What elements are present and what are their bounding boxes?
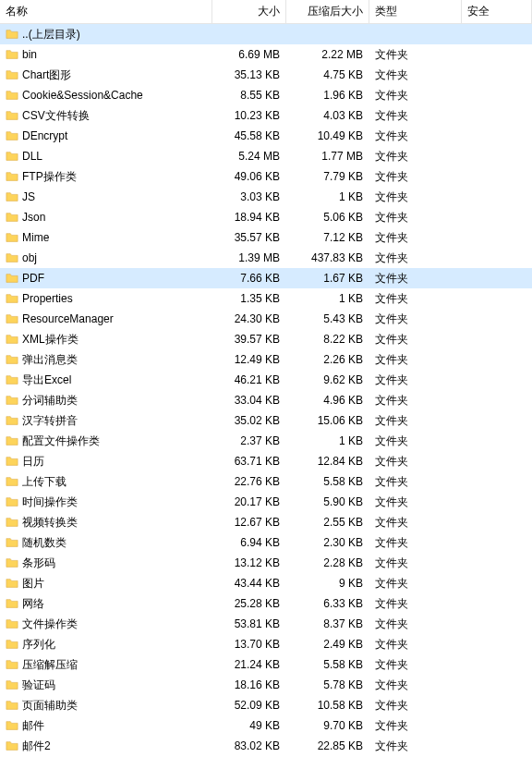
cell-type: 文件夹 [369,675,462,695]
file-name: DLL [22,150,42,163]
cell-type: 文件夹 [369,146,462,166]
cell-security [462,471,532,492]
cell-name: 验证码 [0,675,212,695]
file-name: 文件操作类 [22,617,78,632]
file-name: 分词辅助类 [22,393,78,409]
file-name: JS [22,190,35,203]
folder-icon [6,312,18,325]
folder-icon [6,577,18,590]
cell-type: 文件夹 [369,349,462,370]
cell-packed: 4.96 KB [286,390,369,410]
cell-size: 46.21 KB [212,370,286,390]
cell-security [462,512,532,532]
folder-icon [6,373,18,386]
cell-security [462,349,532,370]
cell-packed: 2.22 MB [286,44,369,65]
cell-type: 文件夹 [369,715,462,736]
cell-security [462,593,532,614]
cell-name: JS [0,187,212,207]
file-name: Chart图形 [22,67,71,83]
folder-icon [6,190,18,203]
folder-icon [6,678,18,691]
cell-type: 文件夹 [369,736,462,756]
folder-icon [6,495,18,508]
cell-size: 5.24 MB [212,146,286,166]
cell-type: 文件夹 [369,695,462,715]
cell-type: 文件夹 [369,471,462,492]
cell-security [462,65,532,85]
cell-packed: 2.49 KB [286,634,369,654]
folder-icon [6,455,18,468]
cell-name: 邮件2 [0,736,212,756]
file-name: 随机数类 [22,535,66,551]
cell-size: 18.16 KB [212,675,286,695]
cell-size: 22.76 KB [212,471,286,492]
cell-size: 49 KB [212,715,286,736]
cell-security [462,85,532,105]
folder-icon [6,414,18,427]
cell-type: 文件夹 [369,634,462,654]
file-list-table: 名称 大小 压缩后大小 类型 安全 ..(上层目录) bin6.69 MB2.2… [0,0,532,757]
file-name: 视频转换类 [22,515,78,531]
file-name: CSV文件转换 [22,108,90,124]
cell-name: 压缩解压缩 [0,654,212,675]
file-name: Mime [22,231,49,244]
cell-security [462,634,532,654]
file-name: 序列化 [22,637,55,653]
cell-security [462,24,532,44]
cell-type [369,24,462,44]
folder-icon [6,272,18,285]
cell-size: 1.35 KB [212,288,286,309]
cell-packed: 2.30 KB [286,532,369,553]
folder-icon [6,231,18,244]
folder-icon [6,150,18,163]
cell-packed: 9.62 KB [286,370,369,390]
cell-name: Cookie&Session&Cache [0,85,212,105]
col-header-packed[interactable]: 压缩后大小 [286,0,369,24]
cell-name: 配置文件操作类 [0,431,212,451]
cell-size: 49.06 KB [212,166,286,187]
cell-packed: 12.84 KB [286,451,369,471]
cell-security [462,695,532,715]
folder-icon [6,353,18,366]
cell-size: 6.69 MB [212,44,286,65]
folder-icon [6,536,18,549]
cell-size: 35.57 KB [212,227,286,248]
file-name: 汉字转拼音 [22,413,78,429]
cell-name: 分词辅助类 [0,390,212,410]
cell-size: 25.28 KB [212,593,286,614]
cell-packed: 9 KB [286,573,369,593]
cell-security [462,207,532,227]
cell-size: 43.44 KB [212,573,286,593]
cell-name: ResourceManager [0,309,212,329]
cell-security [462,675,532,695]
cell-security [462,105,532,126]
col-header-name[interactable]: 名称 [0,0,212,24]
cell-name: 邮件 [0,715,212,736]
file-name: 验证码 [22,678,55,693]
col-header-size[interactable]: 大小 [212,0,286,24]
cell-type: 文件夹 [369,227,462,248]
folder-icon [6,516,18,529]
col-header-security[interactable]: 安全 [462,0,532,24]
file-name: FTP操作类 [22,169,77,185]
cell-type: 文件夹 [369,288,462,309]
file-name: 压缩解压缩 [22,657,78,673]
col-header-type[interactable]: 类型 [369,0,462,24]
cell-security [462,288,532,309]
folder-icon [6,292,18,305]
cell-type: 文件夹 [369,532,462,553]
cell-security [462,492,532,512]
cell-packed: 5.06 KB [286,207,369,227]
folder-icon [6,68,18,81]
folder-icon [6,475,18,488]
cell-security [462,390,532,410]
folder-icon [6,658,18,671]
cell-packed: 2.28 KB [286,553,369,573]
cell-type: 文件夹 [369,492,462,512]
cell-size: 6.94 KB [212,532,286,553]
cell-type: 文件夹 [369,654,462,675]
cell-size: 10.23 KB [212,105,286,126]
cell-packed: 5.58 KB [286,654,369,675]
cell-size: 8.55 KB [212,85,286,105]
